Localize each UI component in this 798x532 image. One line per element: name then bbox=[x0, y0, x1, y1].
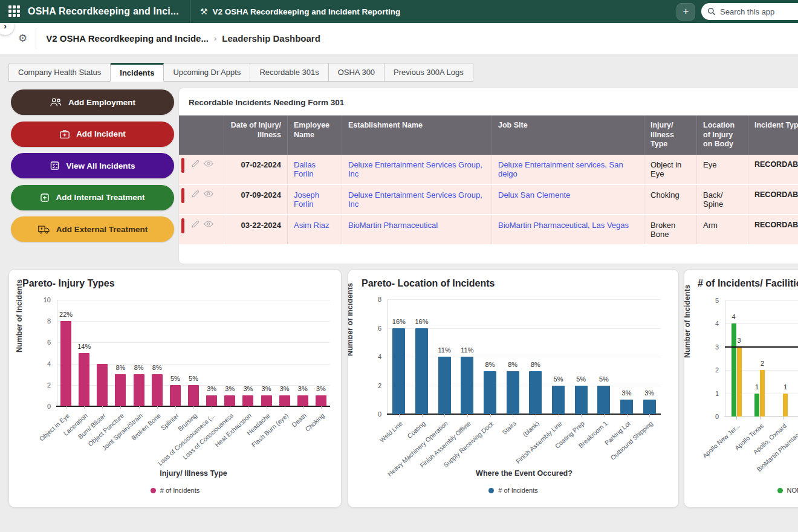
tab-company-health-status[interactable]: Company Health Status bbox=[8, 63, 111, 82]
y-axis-line bbox=[388, 299, 388, 414]
x-tick-mark bbox=[267, 406, 267, 409]
app-launcher-icon[interactable] bbox=[8, 5, 21, 18]
bar bbox=[392, 328, 405, 415]
checklist-icon bbox=[50, 161, 60, 170]
employee-link[interactable]: Joseph Forlin bbox=[294, 190, 336, 209]
establishment-link[interactable]: Deluxe Entertainment Services Group, Inc bbox=[348, 190, 485, 209]
bar bbox=[206, 395, 217, 406]
establishment-cell: Deluxe Entertainment Services Group, Inc bbox=[342, 185, 492, 214]
gridline bbox=[388, 386, 661, 386]
bar-value-label: 16% bbox=[409, 318, 435, 325]
tab-upcoming-dr-appts[interactable]: Upcoming Dr Appts bbox=[164, 63, 250, 82]
x-tick-mark bbox=[120, 406, 121, 409]
topbar-divider bbox=[190, 0, 190, 23]
legend-dot bbox=[488, 488, 494, 493]
tab-incidents[interactable]: Incidents bbox=[111, 63, 164, 82]
employee-link[interactable]: Asim Riaz bbox=[294, 221, 329, 230]
job-site-link[interactable]: Deluxe Entertainment services, San deigo bbox=[498, 160, 638, 178]
x-tick-mark bbox=[422, 414, 423, 417]
x-tick-mark bbox=[321, 406, 322, 409]
bar bbox=[261, 395, 272, 406]
bar bbox=[461, 357, 473, 414]
bar-value-label: 5% bbox=[180, 375, 207, 382]
bar bbox=[507, 371, 519, 414]
edit-icon[interactable] bbox=[191, 160, 199, 170]
bar bbox=[224, 395, 235, 406]
x-tick-mark bbox=[193, 406, 194, 409]
view-all-incidents-button[interactable]: View All Incidents bbox=[11, 153, 174, 178]
y-tick-label: 4 bbox=[33, 360, 51, 368]
row-accent-bar bbox=[181, 158, 184, 173]
y-tick-label: 5 bbox=[701, 297, 719, 304]
table-header-row: Date of Injury/ IllnessEmployee NameEsta… bbox=[179, 115, 798, 155]
bar bbox=[79, 353, 89, 406]
employee-cell: Joseph Forlin bbox=[288, 185, 342, 214]
gear-icon[interactable]: ⚙ bbox=[18, 32, 27, 45]
table-title: Recordable Incidents Needing Form 301 bbox=[179, 88, 798, 115]
x-axis-title: Injury/ Illness Type bbox=[57, 469, 330, 478]
bar-value-label: 11% bbox=[454, 346, 481, 354]
x-tick-label: Apollo, Oxnard bbox=[693, 422, 788, 508]
add-external-treatment-button[interactable]: Add External Treatment bbox=[11, 216, 174, 242]
search-input[interactable] bbox=[720, 7, 793, 16]
bar bbox=[152, 374, 163, 406]
bar-value-label: 1 bbox=[772, 383, 798, 391]
legend-item: NON- RECORDABLE bbox=[777, 487, 798, 494]
bar bbox=[115, 374, 126, 406]
add-incident-button[interactable]: Add Incident bbox=[11, 122, 174, 147]
bar bbox=[279, 395, 290, 406]
edit-icon[interactable] bbox=[191, 190, 199, 200]
establishment-link[interactable]: Deluxe Entertainment Services Group, Inc bbox=[348, 160, 485, 178]
bar bbox=[754, 394, 759, 417]
date-cell: 03-22-2024 bbox=[224, 215, 288, 244]
tab-previous-300a-logs[interactable]: Previous 300A Logs bbox=[384, 63, 473, 82]
workspace-icon: ⚒ bbox=[200, 7, 208, 16]
tab-recordable-301s[interactable]: Recordable 301s bbox=[250, 63, 328, 82]
search-box[interactable] bbox=[701, 3, 798, 20]
job-site-link[interactable]: Delux San Clemente bbox=[498, 190, 570, 199]
tab-osha-300[interactable]: OSHA 300 bbox=[329, 63, 384, 82]
breadcrumb-current page-title: Leadership Dashboard bbox=[222, 33, 320, 44]
bar bbox=[316, 395, 326, 406]
bar bbox=[297, 395, 308, 406]
action-label: Add Internal Treatment bbox=[56, 193, 144, 202]
add-employment-button[interactable]: Add Employment bbox=[11, 89, 174, 115]
x-tick-mark bbox=[649, 414, 650, 417]
y-tick-label: 0 bbox=[701, 413, 719, 420]
chart-legend: # of Incidents bbox=[348, 487, 678, 494]
x-tick-mark bbox=[139, 406, 140, 409]
plus-square-icon bbox=[40, 193, 50, 203]
establishment-link[interactable]: BioMartin Pharmaceutical bbox=[348, 221, 438, 230]
legend-item: # of Incidents bbox=[151, 487, 199, 494]
y-tick-label: 8 bbox=[33, 317, 51, 325]
column-header: Date of Injury/ Illness bbox=[224, 115, 288, 155]
view-icon[interactable] bbox=[204, 160, 213, 170]
x-tick-mark bbox=[736, 417, 737, 420]
y-tick-label: 4 bbox=[363, 353, 381, 360]
edit-icon[interactable] bbox=[191, 220, 199, 230]
view-icon[interactable] bbox=[204, 190, 213, 200]
job-site-link[interactable]: BioMartin Pharmaceutical, Las Vegas bbox=[498, 221, 629, 230]
ambulance-icon bbox=[37, 224, 50, 234]
add-new-button[interactable]: + bbox=[676, 3, 695, 21]
add-internal-treatment-button[interactable]: Add Internal Treatment bbox=[11, 185, 174, 210]
x-tick-mark bbox=[157, 406, 158, 409]
breadcrumb-parent[interactable]: V2 OSHA Recordkeeping and Incide... bbox=[46, 33, 209, 44]
chart-legend: # of Incidents bbox=[9, 487, 341, 494]
chart-card-incidents-per-facility: # of Incidents/ Facilities Number of Inc… bbox=[684, 269, 798, 508]
employee-link[interactable]: Dallas Forlin bbox=[294, 160, 336, 178]
bar-value-label: 22% bbox=[53, 311, 79, 318]
chart-incidents-per-facility: Number of Incidents01234543Apollo New Je… bbox=[684, 270, 798, 507]
x-tick-mark bbox=[230, 406, 230, 409]
legend-dot bbox=[777, 488, 783, 493]
row-icons bbox=[191, 190, 213, 200]
bar bbox=[529, 371, 542, 414]
recordable-incidents-card: Recordable Incidents Needing Form 301 Da… bbox=[178, 88, 798, 264]
bar bbox=[60, 321, 71, 406]
date-value: 07-02-2024 bbox=[241, 160, 282, 169]
x-tick-mark bbox=[212, 406, 212, 409]
view-icon[interactable] bbox=[204, 220, 213, 230]
y-tick-label: 0 bbox=[33, 403, 51, 410]
people-icon bbox=[50, 97, 62, 107]
column-header: Injury/ Illness Type bbox=[644, 115, 697, 155]
